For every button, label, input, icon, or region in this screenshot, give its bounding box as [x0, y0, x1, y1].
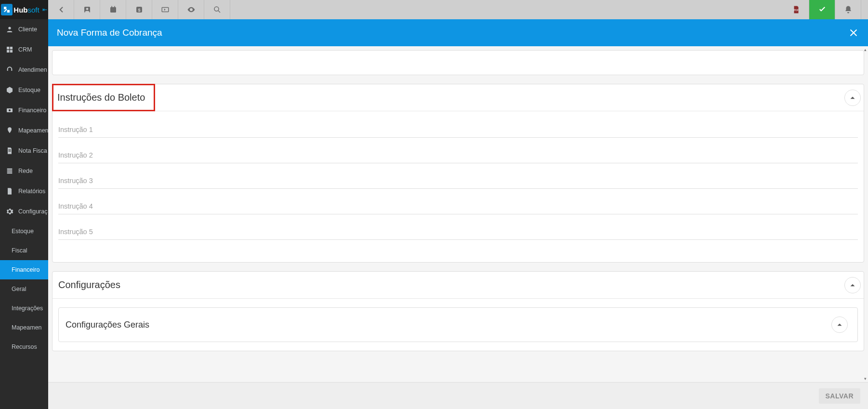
sidebar-item-label: Rede [18, 168, 33, 174]
section-title-text: Configurações [58, 279, 120, 290]
svg-text:PDF: PDF [793, 9, 799, 12]
save-button-label: SALVAR [826, 392, 854, 400]
sidebar-item-label: Cliente [18, 26, 37, 33]
svg-rect-9 [7, 169, 13, 170]
sidebar-item-crm[interactable]: CRM [0, 40, 48, 60]
section-title-instrucoes: Instruções do Boleto [53, 84, 155, 111]
sidebar-item-cliente[interactable]: Cliente [0, 19, 48, 40]
modal-body[interactable]: Instruções do Boleto [48, 46, 868, 382]
sidebar-item-label: Relatórios [18, 188, 45, 195]
collapse-section-button[interactable] [844, 90, 861, 106]
previous-section-card [52, 50, 864, 75]
section-header-row: Instruções do Boleto [53, 84, 864, 111]
sidebar-item-estoque[interactable]: Estoque [0, 80, 48, 100]
svg-point-20 [214, 7, 219, 11]
inner-section-config-gerais: Configurações Gerais [58, 307, 858, 342]
sidebar-item-financeiro[interactable]: Financeiro [0, 100, 48, 120]
svg-text:$: $ [138, 8, 140, 13]
logo-text: Hubsoft [13, 6, 39, 14]
section-title-text: Instruções do Boleto [57, 92, 145, 103]
sidebar-sub-fiscal[interactable]: Fiscal [0, 241, 48, 260]
status-ok-icon[interactable] [809, 0, 835, 19]
collapse-section-button[interactable] [844, 277, 861, 293]
sidebar-sub-label: Fiscal [12, 247, 27, 254]
logo-mark-icon [1, 4, 13, 15]
section-title-config: Configurações [53, 272, 126, 298]
sidebar-item-configuracoes[interactable]: Configuraç [0, 201, 48, 222]
dollar-icon[interactable]: $ [126, 0, 152, 19]
topbar-spacer [230, 0, 783, 19]
sidebar-sub-estoque[interactable]: Estoque [0, 222, 48, 241]
sidebar-sub-financeiro[interactable]: Financeiro [0, 260, 48, 279]
sidebar-item-label: Nota Fisca [18, 147, 47, 154]
close-button[interactable] [848, 27, 859, 39]
sidebar-item-label: Atendimen [18, 66, 47, 73]
sidebar-sub-label: Mapeamen [12, 324, 42, 331]
save-button[interactable]: SALVAR [819, 388, 860, 404]
modal-header: Nova Forma de Cobrança [48, 19, 868, 46]
pdf-icon[interactable]: PDF [783, 0, 809, 19]
scroll-indicator: ▴ ▾ [862, 46, 868, 382]
sidebar-item-label: Estoque [18, 87, 40, 93]
sidebar-sub-mapeamento[interactable]: Mapeamen [0, 318, 48, 337]
svg-rect-11 [7, 172, 13, 174]
instrucao-5-input[interactable] [58, 223, 858, 240]
sidebar-sub-label: Geral [12, 286, 26, 292]
svg-point-6 [9, 109, 11, 111]
sidebar-sub-label: Recursos [12, 343, 37, 350]
input-icon[interactable] [152, 0, 178, 19]
instrucao-1-input[interactable] [58, 121, 858, 138]
sidebar-sub-recursos[interactable]: Recursos [0, 337, 48, 356]
instrucao-4-input[interactable] [58, 198, 858, 214]
scroll-up-arrow-icon[interactable]: ▴ [864, 47, 867, 52]
svg-rect-2 [10, 47, 13, 49]
svg-rect-7 [8, 149, 11, 150]
sidebar-sub-label: Financeiro [12, 266, 39, 273]
topbar: $ PDF [48, 0, 868, 19]
sidebar-sub-label: Integrações [12, 305, 43, 312]
sidebar-item-label: Mapeamen [18, 127, 48, 134]
collapse-inner-button[interactable] [831, 317, 848, 333]
section-body [53, 111, 864, 262]
search-icon[interactable] [204, 0, 230, 19]
svg-rect-8 [8, 151, 11, 151]
sidebar-item-atendimento[interactable]: Atendimen [0, 60, 48, 80]
svg-point-13 [86, 8, 88, 10]
inner-header: Configurações Gerais [59, 308, 857, 342]
eye-icon[interactable] [178, 0, 204, 19]
svg-rect-4 [10, 50, 13, 53]
svg-rect-14 [110, 7, 116, 13]
collapse-sidebar-icon[interactable]: ⇤ [42, 6, 47, 13]
main: $ PDF Nova Forma de Cobrança Instruções … [48, 0, 868, 409]
modal-footer: SALVAR [48, 382, 868, 409]
nav: Cliente CRM Atendimen Estoque Financeiro… [0, 19, 48, 409]
topbar-edge [861, 0, 868, 19]
instrucao-2-input[interactable] [58, 146, 858, 163]
svg-rect-3 [7, 50, 9, 53]
svg-rect-10 [7, 171, 13, 172]
scroll-down-arrow-icon[interactable]: ▾ [864, 376, 867, 381]
back-button[interactable] [48, 0, 74, 19]
svg-rect-16 [114, 6, 115, 8]
sidebar-item-rede[interactable]: Rede [0, 161, 48, 181]
section-configuracoes: Configurações Configurações Gerais [52, 271, 864, 351]
user-icon[interactable] [74, 0, 100, 19]
sidebar-sub-geral[interactable]: Geral [0, 279, 48, 299]
instrucao-3-input[interactable] [58, 172, 858, 189]
calendar-icon[interactable] [100, 0, 126, 19]
sidebar-item-label: Financeiro [18, 107, 46, 114]
sidebar-item-label: CRM [18, 46, 32, 53]
sidebar-item-mapeamento[interactable]: Mapeamen [0, 120, 48, 141]
sidebar-item-relatorios[interactable]: Relatórios [0, 181, 48, 201]
modal-title: Nova Forma de Cobrança [57, 27, 162, 38]
bell-icon[interactable] [835, 0, 861, 19]
svg-rect-1 [7, 47, 9, 49]
inner-title-text: Configurações Gerais [66, 320, 149, 330]
modal: Nova Forma de Cobrança Instruções do Bol… [48, 19, 868, 409]
section-instrucoes-boleto: Instruções do Boleto [52, 84, 864, 263]
sidebar-item-nota-fiscal[interactable]: Nota Fisca [0, 141, 48, 161]
brand-logo[interactable]: Hubsoft ⇤ [0, 0, 48, 19]
svg-rect-15 [111, 6, 112, 8]
sidebar-sub-integracoes[interactable]: Integrações [0, 299, 48, 318]
section-header-row: Configurações [53, 272, 864, 299]
